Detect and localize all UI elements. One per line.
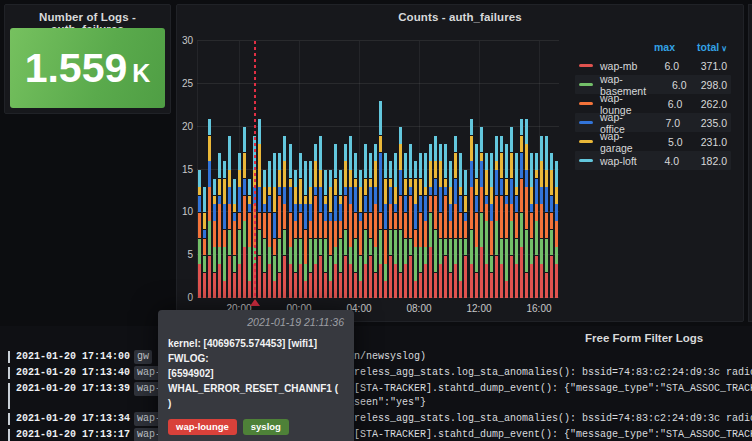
log-row[interactable]: 2021-01-20 17:13:17wap-basement: stahtd[…	[0, 428, 752, 441]
bar-segment-wap-garage	[334, 179, 337, 196]
bar-segment-wap-garage	[263, 187, 266, 204]
legend-row-wap-lounge[interactable]: wap-lounge6.0262.0	[575, 94, 731, 113]
bar-segment-wap-lounge	[208, 187, 211, 221]
log-timestamp: 2021-01-20 17:13:34	[16, 412, 130, 426]
stacked-bar	[545, 41, 548, 298]
bar-segment-wap-office	[424, 196, 427, 221]
bar-segment-wap-garage	[379, 136, 382, 153]
bar-segment-wap-lounge	[314, 196, 317, 238]
log-level-bar	[8, 383, 10, 409]
stacked-bar	[464, 41, 467, 298]
stat-unit: K	[132, 61, 150, 86]
bar-segment-wap-garage	[490, 187, 493, 204]
bar-segment-wap-loft	[459, 153, 462, 187]
legend-row-wap-garage[interactable]: wap-garage5.0231.0	[575, 132, 731, 151]
bar-segment-wap-garage	[444, 179, 447, 187]
bar-segment-wap-garage	[314, 161, 317, 186]
bar-segment-wap-mb	[550, 256, 553, 298]
chart-plot-area	[197, 41, 559, 298]
stacked-bar	[384, 41, 387, 298]
bar-segment-wap-loft	[268, 161, 271, 186]
stat-value: 1.559	[25, 48, 128, 89]
bar-segment-wap-lounge	[283, 204, 286, 229]
bar-segment-wap-lounge	[500, 196, 503, 238]
bar-segment-wap-office	[208, 161, 211, 186]
bar-segment-wap-garage	[384, 179, 387, 204]
bar-segment-wap-mb	[243, 247, 246, 298]
bar-segment-wap-lounge	[540, 204, 543, 238]
bar-segment-wap-basement	[344, 230, 347, 255]
bar-segment-wap-loft	[283, 136, 286, 161]
stacked-bar	[349, 41, 352, 298]
bar-segment-wap-basement	[500, 239, 503, 264]
legend-series-name: wap-garage	[600, 130, 651, 154]
log-level-bar	[8, 429, 10, 441]
bar-segment-wap-loft	[444, 144, 447, 178]
bar-segment-wap-office	[319, 187, 322, 212]
bar-segment-wap-office	[500, 179, 503, 196]
bar-segment-wap-garage	[248, 196, 251, 204]
stacked-bar	[459, 41, 462, 298]
bar-segment-wap-garage	[399, 144, 402, 169]
bar-segment-wap-office	[213, 204, 216, 221]
legend-sort-total[interactable]: total∨	[675, 41, 727, 53]
bar-segment-wap-mb	[273, 281, 276, 298]
stacked-bar	[364, 41, 367, 298]
bar-segment-wap-garage	[429, 161, 432, 186]
legend-color-dash	[579, 64, 593, 67]
stacked-bar	[329, 41, 332, 298]
bar-segment-wap-lounge	[520, 179, 523, 213]
stacked-bar	[289, 41, 292, 298]
bar-segment-wap-mb	[354, 273, 357, 298]
stacked-bar	[404, 41, 407, 298]
legend-max-value: 6.0	[658, 79, 687, 91]
bar-segment-wap-basement	[464, 239, 467, 256]
annotation-marker-icon[interactable]	[250, 299, 260, 306]
legend-row-wap-basement[interactable]: wap-basement6.0298.0	[575, 75, 731, 94]
bar-segment-wap-basement	[480, 213, 483, 247]
bar-segment-wap-office	[505, 196, 508, 204]
bar-segment-wap-garage	[434, 161, 437, 178]
bar-segment-wap-garage	[299, 179, 302, 204]
stacked-bar	[470, 41, 473, 298]
tooltip-tag-wap-lounge[interactable]: wap-lounge	[168, 419, 237, 435]
bar-segment-wap-office	[419, 196, 422, 213]
stacked-bar	[233, 41, 236, 298]
bar-segment-wap-office	[344, 187, 347, 195]
log-host-chip[interactable]: gw	[134, 350, 152, 364]
log-row[interactable]: 2021-01-20 17:13:39wap-loft: stahtd[1255…	[0, 382, 752, 410]
bar-segment-wap-loft	[248, 179, 251, 196]
bar-segment-wap-mb	[439, 264, 442, 298]
bar-segment-wap-lounge	[454, 204, 457, 238]
log-row[interactable]: 2021-01-20 17:13:34wap-basement: mcad[12…	[0, 412, 752, 426]
legend-row-wap-office[interactable]: wap-office7.0235.0	[575, 113, 731, 132]
bar-segment-wap-office	[329, 213, 332, 221]
bar-segment-wap-garage	[535, 170, 538, 178]
stacked-bar	[515, 41, 518, 298]
bar-segment-wap-lounge	[429, 196, 432, 213]
bar-segment-wap-loft	[289, 144, 292, 178]
log-row[interactable]: 2021-01-20 17:13:40wap-basement: mcad[12…	[0, 366, 752, 380]
bar-segment-wap-basement	[319, 239, 322, 256]
tooltip-tag-syslog[interactable]: syslog	[243, 419, 289, 435]
bar-segment-wap-lounge	[369, 213, 372, 238]
bar-segment-wap-lounge	[273, 239, 276, 256]
bar-segment-wap-lounge	[203, 239, 206, 256]
log-row[interactable]: 2021-01-20 17:14:00gw: newsyslog (/sbin/…	[0, 350, 752, 364]
timeseries-panel: Counts - auth_failures max total∨ wap-mb…	[176, 4, 744, 322]
bar-segment-wap-basement	[399, 230, 402, 272]
chart-legend: max total∨ wap-mb6.0371.0wap-basement6.0…	[575, 37, 731, 170]
stacked-bar	[439, 41, 442, 298]
legend-total-value: 298.0	[687, 79, 727, 91]
bar-segment-wap-lounge	[449, 221, 452, 238]
bar-segment-wap-garage	[505, 179, 508, 196]
stacked-bar	[535, 41, 538, 298]
legend-row-wap-loft[interactable]: wap-loft4.0182.0	[575, 151, 731, 170]
bar-segment-wap-loft	[449, 161, 452, 186]
legend-sort-max[interactable]: max	[637, 41, 675, 53]
legend-total-value: 371.0	[679, 60, 727, 72]
bar-segment-wap-lounge	[359, 221, 362, 255]
bar-segment-wap-office	[525, 170, 528, 187]
bar-segment-wap-loft	[344, 144, 347, 161]
y-axis-tick-label: 5	[177, 249, 193, 260]
